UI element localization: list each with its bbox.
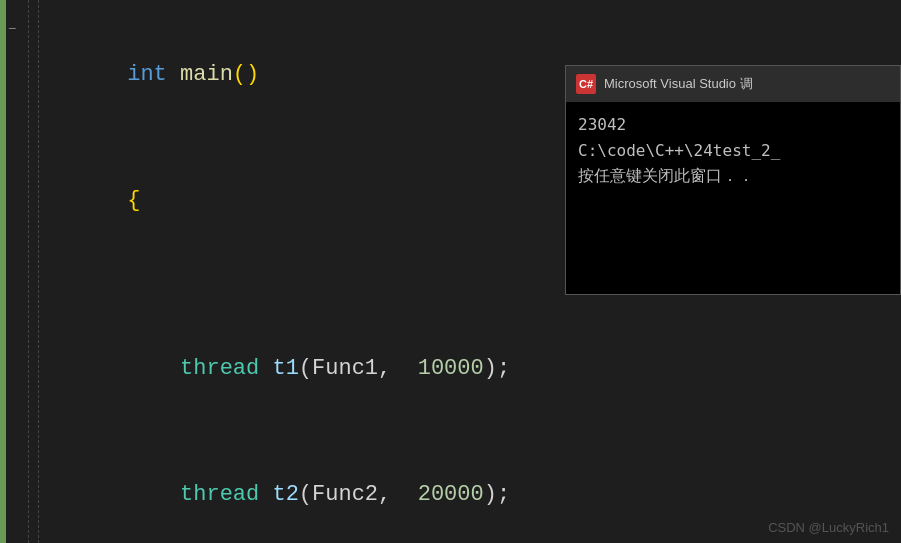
terminal-title: Microsoft Visual Studio 调 <box>604 75 753 93</box>
keyword-int: int <box>127 62 167 87</box>
code-line-4: thread t1(Func1, 10000); <box>48 306 510 432</box>
watermark: CSDN @LuckyRich1 <box>768 520 889 535</box>
terminal-body: 23042 C:\code\C++\24test_2_ 按任意键关闭此窗口．． <box>566 102 900 294</box>
collapse-icon[interactable]: − <box>8 22 16 36</box>
code-editor: − int main() { thread t1(Func1, 10000); … <box>0 0 901 543</box>
code-line-2: { <box>48 138 510 264</box>
green-sidebar-bar <box>0 0 6 543</box>
terminal-popup: C# Microsoft Visual Studio 调 23042 C:\co… <box>565 65 901 295</box>
function-main: main <box>180 62 233 87</box>
keyword-thread-1: thread <box>180 356 259 381</box>
terminal-line-1: 23042 <box>578 112 888 138</box>
vs-icon: C# <box>576 74 596 94</box>
indent-guides <box>28 0 30 543</box>
code-line-1: int main() <box>48 12 510 138</box>
keyword-thread-2: thread <box>180 482 259 507</box>
terminal-line-3: C:\code\C++\24test_2_ <box>578 138 888 164</box>
terminal-titlebar: C# Microsoft Visual Studio 调 <box>566 66 900 102</box>
terminal-line-4: 按任意键关闭此窗口．． <box>578 163 888 189</box>
code-block: int main() { thread t1(Func1, 10000); th… <box>48 12 510 543</box>
code-line-3 <box>48 264 510 306</box>
code-line-5: thread t2(Func2, 20000); <box>48 432 510 543</box>
